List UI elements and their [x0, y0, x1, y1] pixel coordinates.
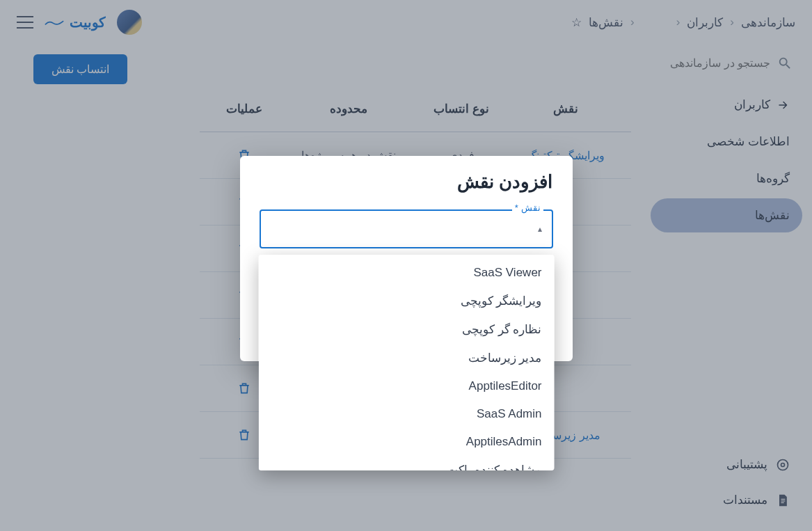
role-select[interactable]: ▴	[260, 209, 553, 248]
field-label-text: نقش	[521, 203, 541, 213]
role-option[interactable]: ApptilesEditor	[258, 372, 554, 400]
role-option[interactable]: مشاهده کننده باکت	[258, 456, 554, 470]
caret-up-icon: ▴	[538, 224, 542, 234]
role-option[interactable]: ApptilesAdmin	[258, 428, 554, 456]
role-option[interactable]: ویرایشگر کوپچی	[258, 287, 554, 315]
role-option[interactable]: مدیر زیرساخت	[258, 344, 554, 372]
role-option[interactable]: SaaS Viewer	[258, 259, 554, 287]
role-option[interactable]: نظاره گر کوپچی	[258, 315, 554, 344]
role-option[interactable]: SaaS Admin	[258, 400, 554, 428]
modal-title: افزودن نقش	[260, 171, 553, 193]
required-mark: *	[515, 203, 518, 213]
field-label: نقش *	[512, 203, 543, 213]
role-field: نقش * ▴	[260, 209, 553, 248]
role-dropdown: SaaS Viewer ویرایشگر کوپچی نظاره گر کوپچ…	[258, 255, 554, 470]
